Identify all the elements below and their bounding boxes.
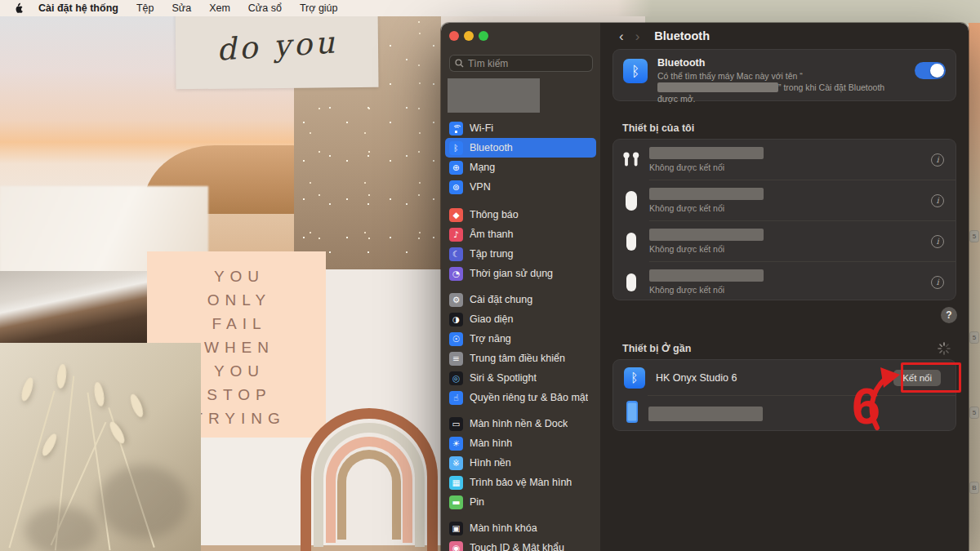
minimize-button[interactable]	[464, 31, 474, 41]
info-icon[interactable]: i	[931, 276, 944, 289]
accessibility-icon: ☉	[449, 332, 463, 346]
quote-line: FAIL	[147, 312, 326, 335]
sidebar-item-wallpaper[interactable]: ※ Hình nền	[445, 453, 596, 473]
device-name-redacted	[649, 147, 764, 159]
wallpaper-number-tag: 5	[969, 407, 979, 419]
wallpaper-beach-strip-photo	[0, 271, 149, 344]
quote-line: YOU	[147, 264, 326, 288]
sidebar-item-siri-spotlight[interactable]: ◎ Siri & Spotlight	[445, 368, 596, 388]
airpods-icon	[613, 152, 649, 167]
zoom-button[interactable]	[479, 31, 488, 41]
bluetooth-card-title: Bluetooth	[657, 57, 902, 69]
menu-item-file[interactable]: Tệp	[136, 2, 154, 14]
iphone-icon	[626, 400, 639, 427]
sidebar-nav: Wi-Fi ᛒ Bluetooth ⊕ Mạng ⊚ VPN ◆ Thông b…	[441, 118, 600, 551]
quote-line: ONLY	[147, 288, 326, 312]
bluetooth-card-description: Có thể tìm thấy máy Mac này với tên “” t…	[657, 70, 902, 104]
sidebar-item-appearance[interactable]: ◑ Giao diện	[445, 309, 596, 329]
user-profile-redacted[interactable]	[448, 78, 540, 113]
menu-item-view[interactable]: Xem	[209, 2, 230, 14]
wifi-icon	[449, 122, 463, 136]
annotation-highlight-rectangle	[901, 362, 961, 393]
sidebar-item-sound[interactable]: ♪ Âm thanh	[445, 224, 596, 244]
sidebar-item-lock-screen[interactable]: ▣ Màn hình khóa	[445, 518, 596, 538]
sidebar-item-screen-time[interactable]: ◔ Thời gian sử dụng	[445, 264, 596, 283]
menu-item-window[interactable]: Cửa sổ	[248, 2, 282, 14]
search-input[interactable]: Tìm kiếm	[449, 55, 593, 72]
menu-bar: Cài đặt hệ thống Tệp Sửa Xem Cửa sổ Trợ …	[0, 0, 980, 16]
bluetooth-icon: ᛒ	[449, 141, 463, 155]
sidebar-item-bluetooth[interactable]: ᛒ Bluetooth	[445, 138, 596, 158]
scanning-spinner-icon	[938, 342, 951, 358]
menu-item-help[interactable]: Trợ giúp	[300, 2, 338, 14]
magic-mouse-icon	[613, 190, 649, 211]
system-settings-window: Tìm kiếm Wi-Fi ᛒ Bluetooth ⊕ Mạng ⊚ VPN	[441, 23, 969, 551]
wallpaper-boho-rainbow	[301, 408, 438, 551]
pane-header: ‹ › Bluetooth	[600, 23, 969, 49]
bluetooth-toggle[interactable]	[915, 62, 946, 79]
device-row[interactable]: Không được kết nối i	[613, 262, 956, 302]
annotation-step-number: 6	[852, 380, 880, 432]
sidebar-item-battery[interactable]: ▬ Pin	[445, 492, 596, 512]
sidebar-item-wifi[interactable]: Wi-Fi	[445, 118, 596, 138]
sidebar-item-accessibility[interactable]: ☉ Trợ năng	[445, 329, 596, 349]
brightness-icon: ☀	[449, 437, 463, 451]
bluetooth-app-icon: ᛒ	[623, 59, 648, 83]
help-button[interactable]: ?	[941, 307, 957, 323]
hourglass-icon: ◔	[449, 267, 463, 281]
sidebar-item-general[interactable]: ⚙ Cài đặt chung	[445, 290, 596, 309]
settings-sidebar: Tìm kiếm Wi-Fi ᛒ Bluetooth ⊕ Mạng ⊚ VPN	[441, 23, 600, 551]
nearby-devices-heading: Thiết bị Ở gần	[622, 343, 691, 354]
device-name-redacted	[649, 229, 764, 241]
sidebar-item-vpn[interactable]: ⊚ VPN	[445, 177, 596, 197]
moon-icon: ☾	[449, 247, 463, 261]
privacy-hand-icon: ☝	[449, 391, 463, 405]
device-name-redacted	[649, 269, 764, 282]
speaker-icon: ♪	[449, 228, 463, 242]
bluetooth-pane: ‹ › Bluetooth ᛒ Bluetooth Có thể tìm thấ…	[600, 23, 969, 551]
wallpaper-right-strip	[969, 23, 980, 551]
menu-app-name[interactable]: Cài đặt hệ thống	[38, 2, 118, 14]
info-icon[interactable]: i	[931, 153, 944, 167]
sidebar-item-focus[interactable]: ☾ Tập trung	[445, 244, 596, 264]
sidebar-item-desktop-dock[interactable]: ▭ Màn hình nền & Dock	[445, 414, 596, 433]
bluetooth-device-icon: ᛒ	[624, 367, 645, 389]
pane-title: Bluetooth	[654, 29, 710, 42]
globe-icon: ⊕	[449, 161, 463, 175]
bluetooth-toggle-card: ᛒ Bluetooth Có thể tìm thấy máy Mac này …	[612, 49, 956, 101]
battery-icon: ▬	[449, 495, 463, 509]
sidebar-item-notifications[interactable]: ◆ Thông báo	[445, 205, 596, 224]
forward-chevron-icon[interactable]: ›	[635, 29, 640, 43]
info-icon[interactable]: i	[931, 194, 944, 207]
sidebar-item-control-center[interactable]: ≡ Trung tâm điều khiển	[445, 349, 596, 368]
screensaver-icon: ▦	[449, 476, 463, 490]
device-row[interactable]: Không được kết nối i	[613, 180, 956, 220]
device-row[interactable]: Không được kết nối i	[613, 140, 956, 180]
nearby-device-name-redacted	[648, 407, 763, 421]
wallpaper-script-text: do you	[215, 24, 338, 67]
wallpaper-number-tag: B	[969, 482, 979, 494]
mac-name-redacted	[657, 82, 778, 92]
lock-icon: ▣	[449, 522, 463, 535]
appearance-icon: ◑	[449, 313, 463, 327]
wallpaper-pampas-photo	[0, 343, 201, 551]
device-name-redacted	[649, 188, 764, 200]
siri-icon: ◎	[449, 371, 463, 385]
back-chevron-icon[interactable]: ‹	[619, 29, 624, 43]
my-devices-heading: Thiết bị của tôi	[622, 122, 694, 134]
mouse-icon	[613, 232, 649, 251]
apple-menu-icon[interactable]	[13, 2, 24, 14]
sidebar-item-screensaver[interactable]: ▦ Trình bảo vệ Màn hình	[445, 473, 596, 492]
sidebar-item-privacy-security[interactable]: ☝ Quyền riêng tư & Bảo mật	[445, 388, 596, 407]
sidebar-item-displays[interactable]: ☀ Màn hình	[445, 433, 596, 453]
menu-item-edit[interactable]: Sửa	[172, 2, 191, 14]
sidebar-item-network[interactable]: ⊕ Mạng	[445, 158, 596, 177]
control-center-icon: ≡	[449, 352, 463, 366]
mouse-icon	[613, 273, 649, 292]
close-button[interactable]	[449, 31, 459, 41]
device-row[interactable]: Không được kết nối i	[613, 221, 956, 261]
info-icon[interactable]: i	[931, 235, 944, 248]
wallpaper-number-tag: 5	[969, 230, 979, 242]
wallpaper-flower-icon: ※	[449, 456, 463, 470]
sidebar-item-touch-id[interactable]: ◉ Touch ID & Mật khẩu	[445, 538, 596, 551]
